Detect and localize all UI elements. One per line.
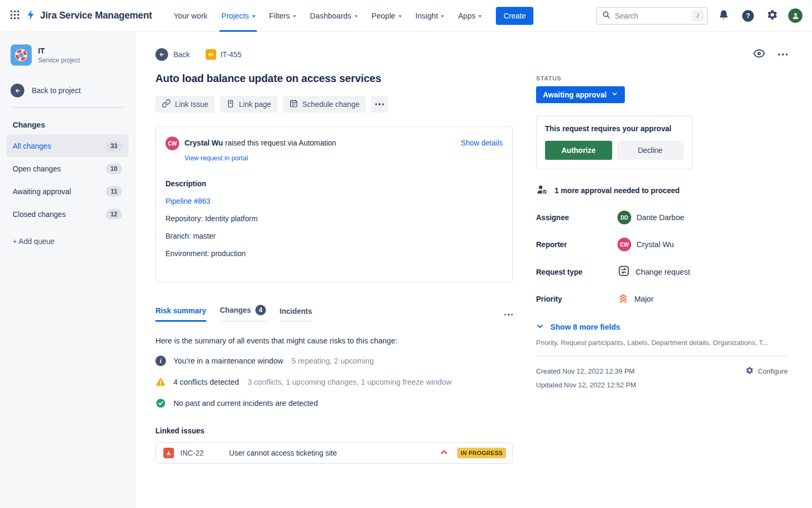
success-icon xyxy=(155,398,166,409)
page-icon xyxy=(226,99,235,110)
app-logo[interactable]: Jira Service Management xyxy=(25,9,152,23)
nav-projects[interactable]: Projects xyxy=(214,0,262,32)
project-header: IT Service project xyxy=(6,44,128,66)
settings-icon xyxy=(745,366,754,376)
app-switcher-button[interactable] xyxy=(6,7,23,24)
chevron-down-icon xyxy=(441,15,444,17)
add-queue-button[interactable]: + Add queue xyxy=(13,237,54,246)
issue-key-chip[interactable]: IT-455 xyxy=(206,49,242,60)
approval-icon xyxy=(536,184,548,197)
back-to-project[interactable]: Back to project xyxy=(11,84,128,97)
issue-main-column: Back IT-455 Auto load balance update on … xyxy=(155,48,513,508)
watch-button[interactable] xyxy=(753,47,765,62)
sidebar-item-all-changes[interactable]: All changes 33 xyxy=(6,134,128,157)
field-reporter: Reporter CW Crystal Wu xyxy=(536,238,788,251)
chevron-down-icon xyxy=(293,15,296,17)
issue-view: Back IT-455 Auto load balance update on … xyxy=(135,32,812,508)
tab-incidents[interactable]: Incidents xyxy=(280,307,312,322)
settings-icon xyxy=(767,9,778,22)
page-title: Auto load balance update on access servi… xyxy=(155,72,513,85)
approval-note: 1 more approval needed to proceed xyxy=(536,184,788,197)
status-dropdown[interactable]: Awaiting approval xyxy=(536,86,625,103)
show-details-link[interactable]: Show details xyxy=(461,137,503,147)
raised-request-text: Crystal Wu raised this request via Autom… xyxy=(184,137,336,147)
assignee-value[interactable]: DD Dante Darboe xyxy=(617,211,684,224)
updated-timestamp: Updated Nov 12, 2022 12:52 PM xyxy=(536,381,788,389)
request-card: CW Crystal Wu raised this request via Au… xyxy=(155,126,513,283)
more-actions-button[interactable] xyxy=(371,96,388,113)
risk-item-maintenance: i You’re in a maintenance window 5 repea… xyxy=(155,356,513,366)
primary-nav: Your work Projects Filters Dashboards Pe… xyxy=(167,0,489,32)
nav-apps[interactable]: Apps xyxy=(451,0,488,32)
user-avatar[interactable] xyxy=(788,8,802,23)
link-page-button[interactable]: Link page xyxy=(220,96,278,113)
description-title: Description xyxy=(165,179,503,188)
field-assignee: Assignee DD Dante Darboe xyxy=(536,211,788,224)
created-timestamp: Created Nov 12, 2022 12:39 PM xyxy=(536,367,634,375)
nav-filters[interactable]: Filters xyxy=(262,0,303,32)
description-line: Branch: master xyxy=(165,232,503,240)
reporter-value[interactable]: CW Crystal Wu xyxy=(617,238,674,251)
issue-tabs: Risk summary Changes 4 Incidents xyxy=(155,305,513,322)
back-to-project-label: Back to project xyxy=(32,86,81,95)
link-icon xyxy=(162,99,171,110)
approval-card-title: This request requires your approval xyxy=(545,124,684,133)
nav-dashboards[interactable]: Dashboards xyxy=(303,0,364,32)
chevron-down-icon xyxy=(478,15,482,17)
tab-changes[interactable]: Changes 4 xyxy=(220,305,266,322)
notifications-button[interactable] xyxy=(715,7,732,24)
decline-button[interactable]: Decline xyxy=(617,141,684,160)
back-button[interactable]: Back xyxy=(155,48,190,61)
chevron-down-icon xyxy=(611,90,618,99)
queue-count-badge: 33 xyxy=(106,141,122,151)
priority-major-icon xyxy=(617,293,629,306)
schedule-change-button[interactable]: Schedule change xyxy=(283,96,366,113)
link-issue-button[interactable]: Link Issue xyxy=(155,96,215,113)
navbar-right: / ? xyxy=(596,7,802,25)
linked-issue-summary[interactable]: User cannot access ticketing site xyxy=(229,449,337,457)
panel-more-button[interactable] xyxy=(778,53,788,56)
breadcrumb: Back IT-455 xyxy=(155,48,513,61)
show-more-fields-button[interactable]: Show 8 more fields xyxy=(536,322,788,332)
sidebar-item-awaiting-approval[interactable]: Awaiting approval 11 xyxy=(6,180,128,203)
help-icon: ? xyxy=(742,10,754,22)
linked-issues-title: Linked issues xyxy=(155,427,513,435)
notifications-icon xyxy=(718,9,730,22)
chevron-down-icon xyxy=(355,15,358,17)
avatar: DD xyxy=(617,211,631,224)
help-button[interactable]: ? xyxy=(740,7,756,24)
nav-your-work[interactable]: Your work xyxy=(167,0,215,32)
settings-button[interactable] xyxy=(764,7,781,24)
tab-risk-summary[interactable]: Risk summary xyxy=(155,306,206,322)
info-icon: i xyxy=(155,356,166,366)
app-title: Jira Service Management xyxy=(40,10,152,21)
sidebar-item-closed-changes[interactable]: Closed changes 12 xyxy=(6,203,128,225)
authorize-button[interactable]: Authorize xyxy=(545,141,612,160)
app-switcher-icon xyxy=(9,9,21,22)
nav-people[interactable]: People xyxy=(365,0,409,32)
calendar-icon xyxy=(289,99,298,110)
back-circle-icon xyxy=(155,48,168,61)
tabs-more-button[interactable] xyxy=(504,314,513,322)
pipeline-link[interactable]: Pipeline #863 xyxy=(165,197,503,205)
linked-issue-key[interactable]: INC-22 xyxy=(180,449,204,457)
queue-count-badge: 11 xyxy=(106,186,122,197)
risk-item-conflicts: 4 conflicts detected 3 conflicts, 1 upco… xyxy=(155,377,513,387)
issue-actions: Link Issue Link page Schedule change xyxy=(155,96,513,113)
view-request-in-portal-link[interactable]: View request in portal xyxy=(184,155,248,162)
app-window: Jira Service Management Your work Projec… xyxy=(0,0,812,508)
more-fields-preview: Priority, Request participants, Labels, … xyxy=(536,339,788,347)
configure-button[interactable]: Configure xyxy=(745,366,788,376)
create-button[interactable]: Create xyxy=(496,7,533,25)
approval-note-text: 1 more approval needed to proceed xyxy=(555,186,680,195)
field-priority: Priority Major xyxy=(536,292,788,306)
change-request-icon xyxy=(206,49,216,60)
request-type-icon xyxy=(617,265,630,279)
status-badge: IN PROGRESS xyxy=(457,448,506,458)
search-input[interactable] xyxy=(615,12,688,20)
nav-insight[interactable]: Insight xyxy=(409,0,451,32)
approval-card: This request requires your approval Auth… xyxy=(536,116,693,169)
linked-issue-row[interactable]: INC-22 User cannot access ticketing site… xyxy=(155,442,513,464)
global-search[interactable]: / xyxy=(596,7,708,25)
sidebar-item-open-changes[interactable]: Open changes 10 xyxy=(6,157,128,180)
